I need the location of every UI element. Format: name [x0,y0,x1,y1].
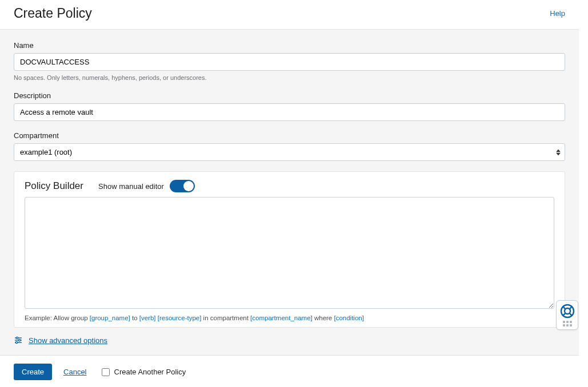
compartment-label: Compartment [14,131,565,140]
svg-line-10 [563,313,565,316]
description-input[interactable] [14,103,565,121]
description-label: Description [14,91,565,100]
sliders-icon [14,336,23,345]
drag-handle-icon [563,321,572,326]
svg-point-1 [16,337,18,338]
svg-line-11 [569,313,571,316]
name-hint: No spaces. Only letters, numerals, hyphe… [14,74,565,81]
help-link[interactable]: Help [550,9,565,18]
name-input[interactable] [14,53,565,71]
policy-builder-title: Policy Builder [25,180,83,192]
svg-point-5 [15,341,17,343]
policy-editor[interactable] [25,197,554,309]
compartment-select[interactable] [14,143,565,161]
manual-editor-label: Show manual editor [98,182,164,191]
svg-line-9 [569,307,571,309]
policy-example: Example: Allow group [group_name] to [ve… [25,315,554,321]
show-advanced-options-link[interactable]: Show advanced options [29,336,107,345]
svg-point-7 [565,308,570,314]
create-another-checkbox[interactable] [102,368,110,376]
create-another-label: Create Another Policy [114,368,186,376]
cancel-link[interactable]: Cancel [63,368,86,376]
name-label: Name [14,41,565,50]
svg-point-3 [18,339,20,341]
page-title: Create Policy [14,6,92,21]
create-button[interactable]: Create [14,364,52,380]
lifering-icon [560,304,575,319]
help-widget[interactable] [556,300,578,330]
svg-line-8 [563,307,565,309]
manual-editor-toggle[interactable] [170,180,195,192]
toggle-knob [183,181,194,191]
